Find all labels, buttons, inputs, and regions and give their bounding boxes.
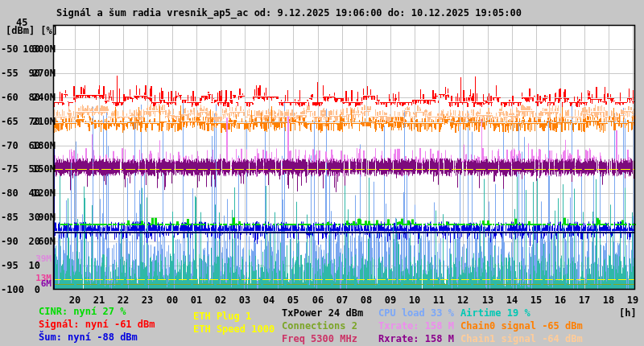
legend-item: Chain1 signal -64 dBm [460,334,583,344]
x-axis-hour-label: 07 [336,295,348,305]
x-axis-hour-label: 00 [167,295,178,305]
x-axis-hour-label: 19 [627,295,638,305]
x-axis-hour-label: 13 [482,295,493,305]
x-axis-hour-label: 05 [287,295,299,305]
y-axis-row: -902060M [0,237,56,246]
legend-item: Signál: nyní -61 dBm [39,319,155,329]
y-axis-row: -5590270M [0,68,56,78]
x-axis-hour-label: 10 [409,295,420,305]
x-axis-hour-label: 14 [506,295,518,305]
x-axis-hour-label: 01 [191,295,202,305]
legend-item: Txrate: 158 M [378,321,454,331]
x-axis-hour-label: 12 [457,295,469,305]
chart-title: Signál a šum radia vresnik_ap5_ac od: 9.… [56,8,522,18]
legend-item: Šum: nyní -88 dBm [39,332,138,342]
legend-item: ETH Plug 1 [193,311,251,321]
x-axis-hour-label: 03 [239,295,250,305]
rate-value-label: 39M [3,254,52,263]
x-axis-hour-label: 17 [579,295,590,305]
legend-item: TxPower 24 dBm [282,308,363,318]
y-axis-row: -6080240M [0,93,56,102]
legend-item: Freq 5300 MHz [282,334,357,344]
x-axis-hour-label: 15 [530,295,542,305]
x-axis-hour-label: 22 [118,295,129,305]
legend-item: Connections 2 [282,321,357,331]
y-axis-row: -7550150M [0,164,56,174]
y-axis-unit-label: [dBm] [%] [6,26,58,35]
rate-value-label: 6M [3,279,52,288]
x-axis-hour-label: 20 [69,295,80,305]
x-axis-hour-label: 11 [433,295,444,305]
y-axis-row: -853090M [0,212,56,222]
x-axis-hour-label: 21 [93,295,105,305]
legend-item: Rxrate: 158 M [378,334,454,344]
x-axis-hour-label: 02 [215,295,226,305]
legend-item: CINR: nyní 27 % [39,307,126,316]
x-axis-hour-label: 06 [312,295,324,305]
legend-item: Chain0 signal -65 dBm [460,321,583,331]
legend-item: Airtime 19 % [460,308,530,318]
legend-item: ETH Speed 1000 [193,324,275,334]
x-axis-hour-label: 09 [385,295,396,305]
x-axis-hour-label: 08 [361,295,372,305]
legend-item: CPU load 33 % [378,308,454,318]
x-axis-hour-label: 04 [263,295,275,305]
y-axis-row: -50100300M [0,44,56,54]
x-axis-hour-label: 23 [142,295,153,305]
y-axis-row: -8040120M [0,188,56,198]
x-axis-unit-label: [h] [619,308,637,318]
x-axis-hour-label: 18 [603,295,614,305]
x-axis-hour-label: 16 [555,295,566,305]
mrtg-signal-noise-graph: Signál a šum radia vresnik_ap5_ac od: 9.… [0,0,644,346]
y-axis-row: -6570210M [0,117,56,126]
y-axis-row: -7060180M [0,141,56,150]
